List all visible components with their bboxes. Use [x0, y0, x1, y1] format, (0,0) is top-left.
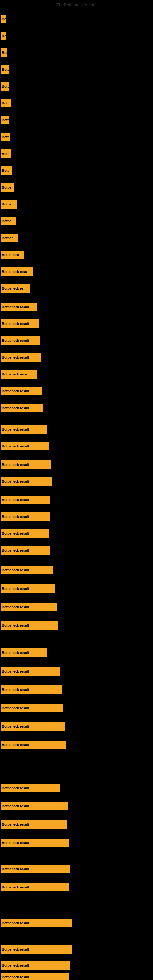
- bar-row-16: Bottleneck resu: [1, 267, 33, 276]
- bar-row-12: Bottlen: [1, 200, 18, 208]
- bar-label-11: Bottle: [2, 186, 11, 189]
- bar-label-49: Bottleneck result: [2, 921, 29, 925]
- bar-label-26: Bottleneck result: [2, 444, 29, 448]
- bar-label-42: Bottleneck result: [2, 743, 29, 747]
- bar-label-48: Bottleneck result: [2, 885, 29, 889]
- bar-row-39: Bottleneck result: [1, 686, 62, 694]
- bar-label-22: Bottleneck resu: [2, 372, 27, 376]
- bar-row-45: Bottleneck result: [1, 820, 67, 829]
- bar-row-2: Bo: [1, 32, 6, 40]
- site-title: TheBottlenecker.com: [0, 0, 153, 9]
- bar-label-46: Bottleneck result: [2, 841, 29, 845]
- bar-label-51: Bottleneck result: [2, 975, 29, 979]
- bar-row-32: Bottleneck result: [1, 546, 49, 555]
- bar-row-38: Bottleneck result: [1, 667, 60, 676]
- bar-row-36: Bottleneck result: [1, 621, 58, 630]
- bar-label-14: Bottlen: [2, 236, 13, 240]
- bar-label-10: Bottl: [2, 169, 10, 172]
- bar-label-40: Bottleneck result: [2, 706, 29, 710]
- bar-row-15: Bottleneck: [1, 250, 24, 259]
- bar-label-8: Bott: [2, 135, 9, 139]
- bar-label-43: Bottleneck result: [2, 786, 29, 790]
- bars-container: BoBoBotBottBottBottlBottBottBottlBottlBo…: [0, 9, 153, 980]
- bar-label-25: Bottleneck result: [2, 428, 29, 431]
- bar-label-12: Bottlen: [2, 202, 13, 206]
- bar-row-29: Bottleneck result: [1, 495, 49, 504]
- bar-row-46: Bottleneck result: [1, 838, 69, 847]
- bar-row-21: Bottleneck result: [1, 353, 41, 362]
- bar-label-1: Bo: [2, 17, 6, 21]
- bar-label-2: Bo: [2, 34, 6, 38]
- bar-label-9: Bottl: [2, 152, 10, 156]
- bar-row-37: Bottleneck result: [1, 648, 47, 657]
- bar-label-18: Bottleneck result: [2, 305, 29, 309]
- bar-label-44: Bottleneck result: [2, 804, 29, 808]
- bar-label-28: Bottleneck result: [2, 480, 29, 483]
- bar-label-39: Bottleneck result: [2, 688, 29, 692]
- bar-label-27: Bottleneck result: [2, 463, 29, 466]
- bar-row-47: Bottleneck result: [1, 865, 70, 873]
- bar-label-19: Bottleneck result: [2, 322, 29, 326]
- bar-label-5: Bott: [2, 84, 9, 88]
- bar-label-52: Bottleneck result: [2, 964, 29, 967]
- bar-row-22: Bottleneck resu: [1, 370, 37, 379]
- bar-label-32: Bottleneck result: [2, 549, 29, 552]
- bar-label-3: Bot: [2, 51, 7, 54]
- bar-label-47: Bottleneck result: [2, 867, 29, 871]
- bar-row-26: Bottleneck result: [1, 442, 49, 450]
- bar-label-15: Bottleneck: [2, 253, 19, 257]
- bar-row-7: Bott: [1, 116, 9, 124]
- bar-row-35: Bottleneck result: [1, 603, 57, 611]
- bar-row-18: Bottleneck result: [1, 302, 37, 311]
- bar-row-28: Bottleneck result: [1, 477, 52, 486]
- bar-row-8: Bott: [1, 133, 10, 141]
- bar-label-6: Bottl: [2, 101, 10, 105]
- bar-row-52: Bottleneck result: [1, 961, 70, 970]
- bar-label-35: Bottleneck result: [2, 605, 29, 609]
- bar-label-37: Bottleneck result: [2, 651, 29, 654]
- bar-row-41: Bottleneck result: [1, 722, 65, 731]
- bar-row-3: Bot: [1, 48, 7, 57]
- bar-row-34: Bottleneck result: [1, 584, 55, 593]
- bar-row-31: Bottleneck result: [1, 529, 49, 538]
- bar-row-50: Bottleneck result: [1, 945, 72, 954]
- bar-row-10: Bottl: [1, 166, 12, 175]
- bar-row-51: Bottleneck result: [1, 973, 69, 980]
- bar-row-11: Bottle: [1, 183, 14, 192]
- bar-label-4: Bott: [2, 68, 9, 72]
- bar-label-13: Bottle: [2, 219, 11, 223]
- bar-row-6: Bottl: [1, 99, 11, 108]
- bar-label-41: Bottleneck result: [2, 725, 29, 728]
- bar-row-24: Bottleneck result: [1, 404, 43, 412]
- bar-row-43: Bottleneck result: [1, 784, 60, 792]
- bar-label-50: Bottleneck result: [2, 948, 29, 951]
- bar-label-17: Bottleneck re: [2, 286, 23, 290]
- bar-label-24: Bottleneck result: [2, 406, 29, 410]
- bar-row-17: Bottleneck re: [1, 284, 30, 293]
- bar-row-44: Bottleneck result: [1, 802, 68, 810]
- bar-row-19: Bottleneck result: [1, 320, 39, 328]
- bar-label-23: Bottleneck result: [2, 389, 29, 393]
- bar-row-40: Bottleneck result: [1, 704, 63, 712]
- bar-row-20: Bottleneck result: [1, 336, 40, 345]
- bar-label-34: Bottleneck result: [2, 587, 29, 590]
- bar-row-30: Bottleneck result: [1, 512, 50, 521]
- bar-label-30: Bottleneck result: [2, 515, 29, 519]
- bar-label-33: Bottleneck result: [2, 568, 29, 572]
- bar-row-14: Bottlen: [1, 234, 18, 242]
- bar-label-29: Bottleneck result: [2, 498, 29, 502]
- bar-label-31: Bottleneck result: [2, 531, 29, 535]
- bar-label-7: Bott: [2, 118, 9, 122]
- bar-row-5: Bott: [1, 82, 9, 91]
- bar-row-23: Bottleneck result: [1, 387, 42, 395]
- bar-row-27: Bottleneck result: [1, 460, 51, 469]
- bar-label-16: Bottleneck resu: [2, 270, 27, 274]
- bar-label-36: Bottleneck result: [2, 624, 29, 627]
- bar-row-25: Bottleneck result: [1, 425, 46, 434]
- bar-row-48: Bottleneck result: [1, 883, 70, 891]
- bar-row-1: Bo: [1, 15, 6, 23]
- bar-row-49: Bottleneck result: [1, 919, 72, 928]
- bar-row-9: Bottl: [1, 150, 11, 158]
- bar-label-45: Bottleneck result: [2, 822, 29, 826]
- bar-row-4: Bott: [1, 65, 9, 74]
